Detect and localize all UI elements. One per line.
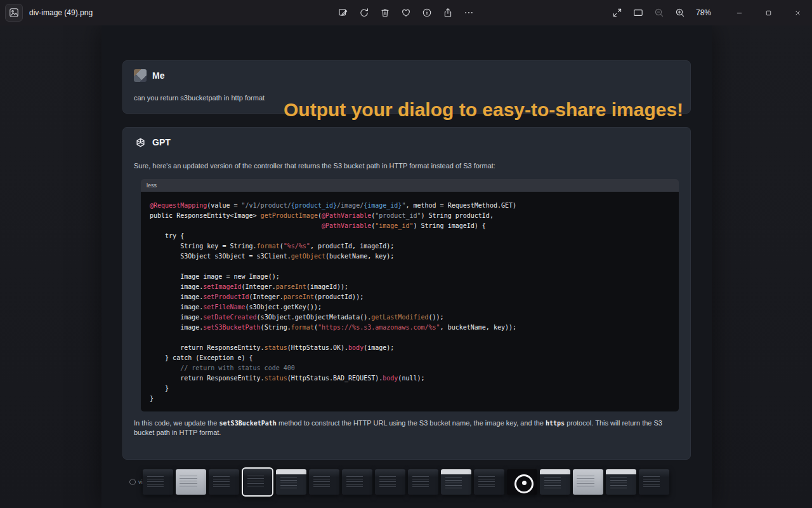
- code-line: Image image = new Image();: [150, 272, 670, 282]
- filmstrip-thumbs: [143, 467, 669, 497]
- overlay-caption: Output your dialog to easy-to-share imag…: [284, 99, 683, 121]
- close-icon[interactable]: [783, 0, 812, 25]
- filmstrip-thumbnail[interactable]: [441, 469, 471, 495]
- assistant-intro-text: Sure, here's an updated version of the c…: [134, 161, 495, 170]
- filmstrip-thumbnail-logo[interactable]: [507, 469, 537, 495]
- filmstrip-thumbnail[interactable]: [540, 469, 570, 495]
- code-line: return ResponseEntity.status(HttpStatus.…: [150, 343, 670, 353]
- filmstrip-thumbnail[interactable]: [342, 469, 372, 495]
- photos-app-icon[interactable]: [5, 4, 23, 22]
- chat-message-assistant: GPT Sure, here's an updated version of t…: [122, 127, 691, 460]
- code-block: less @RequestMapping(value = "/v1/produc…: [141, 179, 679, 411]
- info-icon[interactable]: [419, 5, 435, 20]
- code-line: @PathVariable("image_id") String imageId…: [150, 221, 670, 231]
- code-lines: @RequestMapping(value = "/v1/product/{pr…: [141, 192, 679, 411]
- code-line: image.setS3BucketPath(String.format("htt…: [150, 323, 670, 333]
- filmstrip-thumbnail[interactable]: [242, 467, 273, 497]
- gpt-logo-icon: [134, 136, 147, 149]
- code-line: public ResponseEntity<Image> getProductI…: [150, 211, 670, 221]
- filmstrip-thumbnail[interactable]: [309, 469, 339, 495]
- assistant-message-header: GPT: [134, 136, 171, 149]
- photos-app-window: div-image (49).png: [0, 0, 812, 508]
- maximize-icon[interactable]: [754, 0, 783, 25]
- view-controls: 78%: [610, 0, 812, 25]
- window-controls: [724, 0, 812, 25]
- code-line: image.setFileName(s3Object.getKey());: [150, 302, 670, 312]
- code-line: [150, 262, 670, 272]
- filmstrip-thumbnail[interactable]: [573, 469, 603, 495]
- titlebar-left: div-image (49).png: [5, 4, 93, 22]
- code-line: [150, 333, 670, 343]
- user-avatar: [134, 69, 147, 82]
- rotate-icon[interactable]: [357, 5, 372, 20]
- code-line: return ResponseEntity.status(HttpStatus.…: [150, 373, 670, 384]
- code-line: try {: [150, 231, 670, 241]
- user-message-header: Me: [134, 69, 164, 82]
- zoom-level: 78%: [696, 8, 711, 17]
- edit-image-icon[interactable]: [336, 5, 351, 20]
- viewer-area: Me can you return s3bucketpath in http f…: [0, 25, 812, 508]
- assistant-name: GPT: [152, 137, 171, 147]
- filmstrip-thumbnail[interactable]: [606, 469, 636, 495]
- fit-window-icon[interactable]: [631, 5, 646, 20]
- code-line: image.setDateCreated(s3Object.getObjectM…: [150, 312, 670, 323]
- user-name: Me: [152, 70, 164, 81]
- zoom-in-icon[interactable]: [672, 5, 688, 20]
- delete-icon[interactable]: [377, 5, 393, 20]
- code-line: S3Object s3Object = s3Client.getObject(b…: [150, 251, 670, 262]
- filmstrip-thumbnail[interactable]: [639, 469, 669, 495]
- viewed-image: Me can you return s3bucketpath in http f…: [102, 25, 712, 508]
- filmstrip-thumbnail[interactable]: [176, 469, 206, 495]
- code-line: String key = String.format("%s/%s", prod…: [150, 241, 670, 251]
- filmstrip-thumbnail[interactable]: [276, 469, 306, 495]
- code-line: image.setProductId(Integer.parseInt(prod…: [150, 292, 670, 302]
- code-line: // return with status code 400: [150, 363, 670, 373]
- filmstrip-thumbnail[interactable]: [143, 469, 173, 495]
- minimize-icon[interactable]: [724, 0, 754, 25]
- user-message-text: can you return s3bucketpath in http form…: [134, 93, 265, 102]
- zoom-out-icon[interactable]: [652, 5, 667, 20]
- more-icon[interactable]: [461, 5, 476, 20]
- titlebar: div-image (49).png: [0, 0, 812, 25]
- code-line: }: [150, 394, 670, 404]
- window-title: div-image (49).png: [29, 8, 93, 17]
- filmstrip-thumbnail[interactable]: [474, 469, 504, 495]
- code-line: } catch (Exception e) {: [150, 353, 670, 363]
- code-line: image.setImageId(Integer.parseInt(imageI…: [150, 282, 670, 292]
- assistant-outro-text: In this code, we update the setS3BucketP…: [134, 418, 678, 437]
- share-icon[interactable]: [440, 5, 455, 20]
- filmstrip-thumbnail[interactable]: [375, 469, 405, 495]
- favorite-icon[interactable]: [398, 5, 414, 20]
- fullscreen-icon[interactable]: [610, 5, 625, 20]
- filmstrip-thumbnail[interactable]: [408, 469, 438, 495]
- filmstrip-thumbnail[interactable]: [209, 469, 239, 495]
- code-language-label: less: [141, 179, 679, 192]
- code-line: @RequestMapping(value = "/v1/product/{pr…: [150, 201, 670, 211]
- image-toolbar: [336, 0, 476, 25]
- filmstrip: [0, 467, 812, 497]
- code-line: }: [150, 384, 670, 394]
